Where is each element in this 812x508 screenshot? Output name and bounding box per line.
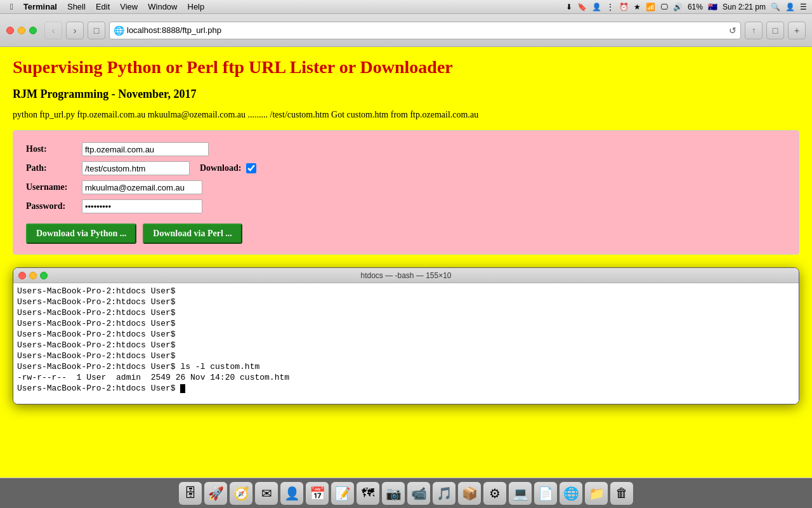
path-input[interactable] (82, 161, 190, 175)
username-label: Username: (26, 182, 77, 192)
username-row: Username: (26, 180, 786, 194)
page-title: Supervising Python or Perl ftp URL Liste… (13, 57, 799, 77)
browser-window: ‹ › □ 🌐 ↺ ↑ □ + Supervising Python or Pe… (0, 14, 812, 478)
dock-itunes[interactable]: 🎵 (433, 482, 455, 505)
menubar-right: ⬇ 🔖 👤 ⋮ ⏰ ★ 📶 🖵 🔊 61% 🇦🇺 Sun 2:21 pm 🔍 👤… (566, 3, 807, 11)
dock-maps[interactable]: 🗺 (357, 482, 379, 505)
terminal-line: Users-MacBook-Pro-2:htdocs User$ ls -l c… (17, 361, 795, 372)
password-input[interactable] (82, 199, 202, 213)
wifi-icon: 📶 (646, 3, 655, 11)
host-input[interactable] (82, 142, 209, 156)
user-avatar[interactable]: 👤 (785, 3, 795, 11)
dock-appstore[interactable]: 📦 (458, 482, 481, 505)
dock-calendar[interactable]: 📅 (306, 482, 329, 505)
copy-button[interactable]: □ (766, 22, 784, 39)
dock-facetime[interactable]: 📹 (407, 482, 430, 505)
forward-button[interactable]: › (66, 22, 84, 39)
dock-notes[interactable]: 📝 (331, 482, 354, 505)
terminal-cursor (180, 384, 185, 393)
dock-filezilla[interactable]: 📁 (585, 482, 608, 505)
dock-photos[interactable]: 📷 (382, 482, 405, 505)
dock-system-prefs[interactable]: ⚙ (483, 482, 506, 505)
dock-contacts[interactable]: 👤 (280, 482, 303, 505)
reload-icon[interactable]: ↺ (729, 25, 737, 36)
screen-icon: 🖵 (660, 3, 668, 11)
terminal-line: -rw-r--r-- 1 User admin 2549 26 Nov 14:2… (17, 372, 795, 383)
terminal-body[interactable]: Users-MacBook-Pro-2:htdocs User$ Users-M… (13, 283, 799, 404)
dock-chrome[interactable]: 🌐 (560, 482, 582, 505)
page-description: python ftp_url.py ftp.ozemail.com.au mku… (13, 110, 799, 120)
add-tab-button[interactable]: + (788, 22, 806, 39)
bookmark-icon: 🔖 (577, 3, 587, 11)
dock-mail[interactable]: ✉ (255, 482, 278, 505)
menu-shell[interactable]: Shell (62, 0, 91, 14)
flag-icon: 🇦🇺 (708, 3, 717, 11)
apple-menu[interactable]:  (5, 0, 18, 14)
terminal-line: Users-MacBook-Pro-2:htdocs User$ (17, 297, 795, 307)
back-button[interactable]: ‹ (44, 22, 62, 39)
battery-label: 61% (688, 3, 703, 11)
clock-icon: ⏰ (619, 3, 629, 11)
traffic-lights (6, 27, 37, 34)
expand-button[interactable]: □ (88, 22, 105, 39)
download-label: Download: (200, 163, 241, 173)
share-button[interactable]: ↑ (745, 22, 763, 39)
terminal-minimize-button[interactable] (29, 272, 37, 279)
terminal-window: htdocs — -bash — 155×10 Users-MacBook-Pr… (13, 267, 799, 404)
share-icon: ↑ (752, 26, 756, 35)
time-display: Sun 2:21 pm (723, 3, 766, 11)
python-download-button[interactable]: Download via Python ... (26, 224, 136, 244)
person-icon: 👤 (592, 3, 601, 11)
button-row: Download via Python ... Download via Per… (26, 224, 786, 244)
terminal-close-button[interactable] (18, 272, 26, 279)
terminal-line: Users-MacBook-Pro-2:htdocs User$ (17, 340, 795, 351)
dock-textedit[interactable]: 📄 (534, 482, 557, 505)
dock-trash[interactable]: 🗑 (610, 482, 633, 505)
dock-safari[interactable]: 🧭 (230, 482, 252, 505)
menu-edit[interactable]: Edit (91, 0, 115, 14)
grid-icon: ⋮ (606, 3, 614, 11)
dock-terminal[interactable]: 💻 (509, 482, 532, 505)
page-content: Supervising Python or Perl ftp URL Liste… (0, 47, 812, 478)
path-row: Path: Download: (26, 161, 786, 175)
dock-finder[interactable]: 🗄 (179, 482, 202, 505)
terminal-titlebar: htdocs — -bash — 155×10 (13, 268, 799, 283)
favicon-icon: 🌐 (114, 25, 124, 36)
terminal-traffic-lights (18, 272, 48, 279)
terminal-line: Users-MacBook-Pro-2:htdocs User$ (17, 318, 795, 329)
host-label: Host: (26, 144, 77, 154)
path-label: Path: (26, 163, 77, 173)
expand-icon: □ (94, 25, 99, 36)
minimize-button[interactable] (18, 27, 25, 34)
list-icon[interactable]: ☰ (800, 3, 807, 11)
host-row: Host: (26, 142, 786, 156)
close-button[interactable] (6, 27, 14, 34)
menu-window[interactable]: Window (143, 0, 182, 14)
back-icon: ‹ (52, 25, 55, 36)
terminal-line: Users-MacBook-Pro-2:htdocs User$ (17, 286, 795, 297)
add-icon: + (794, 25, 799, 36)
volume-icon: 🔊 (673, 3, 683, 11)
menu-help[interactable]: Help (183, 0, 210, 14)
terminal-line: Users-MacBook-Pro-2:htdocs User$ (17, 351, 795, 361)
perl-download-button[interactable]: Download via Perl ... (143, 224, 242, 244)
address-input[interactable] (127, 25, 726, 35)
terminal-line: Users-MacBook-Pro-2:htdocs User$ (17, 329, 795, 340)
terminal-title: htdocs — -bash — 155×10 (360, 271, 451, 280)
download-checkbox[interactable] (246, 163, 256, 173)
menu-view[interactable]: View (115, 0, 143, 14)
search-icon[interactable]: 🔍 (771, 3, 780, 11)
password-row: Password: (26, 199, 786, 213)
app-name[interactable]: Terminal (18, 0, 62, 14)
maximize-button[interactable] (29, 27, 37, 34)
download-icon: ⬇ (566, 3, 572, 11)
dock: 🗄 🚀 🧭 ✉ 👤 📅 📝 🗺 📷 📹 🎵 📦 ⚙ 💻 📄 🌐 📁 🗑 (0, 478, 812, 508)
form-panel: Host: Path: Download: Username: Password… (13, 130, 799, 255)
address-bar-container: 🌐 ↺ (109, 22, 741, 39)
forward-icon: › (74, 25, 77, 36)
browser-toolbar: ‹ › □ 🌐 ↺ ↑ □ + (0, 14, 812, 47)
terminal-maximize-button[interactable] (40, 272, 48, 279)
terminal-line: Users-MacBook-Pro-2:htdocs User$ (17, 307, 795, 318)
username-input[interactable] (82, 180, 202, 194)
dock-launchpad[interactable]: 🚀 (204, 482, 227, 505)
